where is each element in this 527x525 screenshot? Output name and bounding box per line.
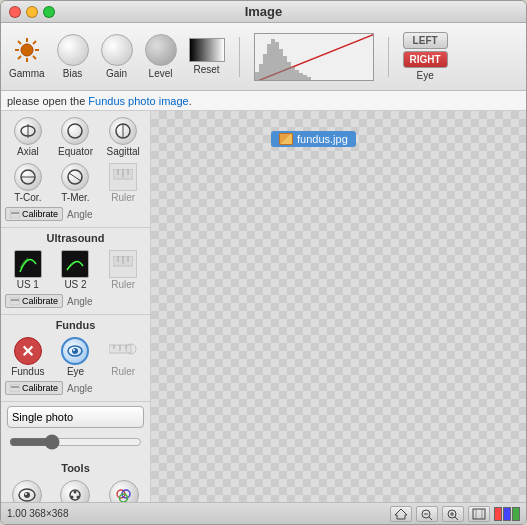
svg-rect-21 — [295, 70, 299, 81]
us2-icon — [61, 250, 89, 278]
window-controls — [9, 6, 55, 18]
tool-tumor-button[interactable]: Tumor — [53, 478, 97, 502]
svg-point-49 — [72, 348, 78, 354]
ruler-button-3[interactable]: Ruler — [100, 335, 146, 379]
us2-button[interactable]: US 2 — [53, 248, 99, 292]
svg-rect-38 — [10, 210, 20, 218]
svg-marker-68 — [395, 509, 407, 519]
angle-label-1: Angle — [67, 209, 93, 220]
color-green — [512, 507, 520, 521]
tmer-button[interactable]: T-Mer. — [53, 161, 99, 205]
tools-grid: Eye Tumor — [5, 478, 146, 502]
orientation-row2: T-Cor. T-Mer. Ruler — [5, 161, 146, 205]
svg-rect-56 — [10, 384, 20, 392]
photo-slider[interactable] — [9, 434, 142, 450]
close-button[interactable] — [9, 6, 21, 18]
ruler-icon-2 — [109, 250, 137, 278]
calibrate-btn-3[interactable]: Calibrate — [5, 381, 63, 395]
svg-line-7 — [33, 41, 36, 44]
orientation-section: Axial Equator Sagittal — [1, 111, 150, 228]
slider-row — [1, 432, 150, 458]
dimensions-value: 368×368 — [29, 508, 68, 519]
fundus-button[interactable]: ✕ Fundus — [5, 335, 51, 379]
svg-point-27 — [68, 124, 82, 138]
calibrate-btn-1[interactable]: Calibrate — [5, 207, 63, 221]
calibrate-btn-2[interactable]: Calibrate — [5, 294, 63, 308]
color-red — [494, 507, 502, 521]
left-eye-button[interactable]: LEFT — [403, 32, 448, 49]
tools-section: Tools Eye — [1, 458, 150, 502]
tool-eye-button[interactable]: Eye — [5, 478, 49, 502]
sagittal-icon — [109, 117, 137, 145]
zoom-value: 1.00 — [7, 508, 26, 519]
ruler-button-2[interactable]: Ruler — [100, 248, 146, 292]
axial-button[interactable]: Axial — [5, 115, 51, 159]
eye-btn-sidebar[interactable]: Eye — [53, 335, 99, 379]
sagittal-button[interactable]: Sagittal — [100, 115, 146, 159]
eye-buttons-group: LEFT RIGHT — [403, 32, 448, 68]
us1-icon — [14, 250, 42, 278]
svg-rect-76 — [473, 509, 485, 519]
us1-button[interactable]: US 1 — [5, 248, 51, 292]
ruler-label-1: Ruler — [111, 192, 135, 203]
equator-button[interactable]: Equator — [53, 115, 99, 159]
right-eye-button[interactable]: RIGHT — [403, 51, 448, 68]
svg-line-33 — [69, 173, 81, 181]
photo-mode-select[interactable]: Single photo Dual photo Triple photo — [7, 406, 144, 428]
svg-rect-17 — [279, 49, 283, 81]
eye-icon-sidebar — [61, 337, 89, 365]
fundus-section: Fundus ✕ Fundus Eye — [1, 315, 150, 402]
angle-label-2: Angle — [67, 296, 93, 307]
ruler-button-1[interactable]: Ruler — [100, 161, 146, 205]
bias-knob[interactable] — [57, 34, 89, 66]
zoom-in-btn[interactable] — [442, 506, 464, 522]
reset-label: Reset — [194, 64, 220, 75]
svg-line-8 — [18, 56, 21, 59]
tcor-button[interactable]: T-Cor. — [5, 161, 51, 205]
tool-find-button[interactable]: Find — [102, 478, 146, 502]
svg-rect-22 — [299, 73, 303, 81]
svg-rect-12 — [259, 64, 263, 81]
main-window: Image Gamma Bi — [0, 0, 527, 525]
gamma-label: Gamma — [9, 68, 45, 79]
level-knob[interactable] — [145, 34, 177, 66]
svg-rect-11 — [255, 72, 259, 81]
maximize-button[interactable] — [43, 6, 55, 18]
eye-label: Eye — [417, 70, 434, 81]
fit-btn[interactable] — [468, 506, 490, 522]
histogram-chart — [255, 34, 374, 81]
svg-rect-18 — [283, 56, 287, 81]
ultrasound-section: Ultrasound US 1 — [1, 228, 150, 315]
eye-label-sidebar: Eye — [67, 366, 84, 377]
orientation-grid: Axial Equator Sagittal — [5, 115, 146, 159]
zoom-out-btn[interactable] — [416, 506, 438, 522]
tmer-icon — [61, 163, 89, 191]
sagittal-label: Sagittal — [106, 146, 139, 157]
photo-mode-row: Single photo Dual photo Triple photo — [1, 402, 150, 432]
fundus-cross-icon: ✕ — [21, 342, 34, 361]
ruler-label-3: Ruler — [111, 366, 135, 377]
ultrasound-grid: US 1 US 2 — [5, 248, 146, 292]
fundus-grid: ✕ Fundus Eye — [5, 335, 146, 379]
axial-icon — [14, 117, 42, 145]
axial-label: Axial — [17, 146, 39, 157]
home-status-btn[interactable] — [390, 506, 412, 522]
main-content: Axial Equator Sagittal — [1, 111, 526, 502]
minimize-button[interactable] — [26, 6, 38, 18]
us1-label: US 1 — [17, 279, 39, 290]
level-label: Level — [149, 68, 173, 79]
histogram-box[interactable] — [254, 33, 374, 81]
svg-rect-23 — [303, 75, 307, 81]
svg-point-64 — [71, 496, 74, 499]
svg-rect-24 — [307, 77, 311, 81]
eye-control: LEFT RIGHT Eye — [403, 32, 448, 81]
statusbar-icons — [390, 506, 520, 522]
message-link[interactable]: Fundus photo image — [88, 95, 188, 107]
zoom-text: 1.00 368×368 — [7, 508, 68, 519]
gain-label: Gain — [106, 68, 127, 79]
sidebar: Axial Equator Sagittal — [1, 111, 151, 502]
gain-control: Gain — [101, 34, 133, 79]
file-label[interactable]: fundus.jpg — [271, 131, 356, 147]
gain-knob[interactable] — [101, 34, 133, 66]
bias-control: Bias — [57, 34, 89, 79]
